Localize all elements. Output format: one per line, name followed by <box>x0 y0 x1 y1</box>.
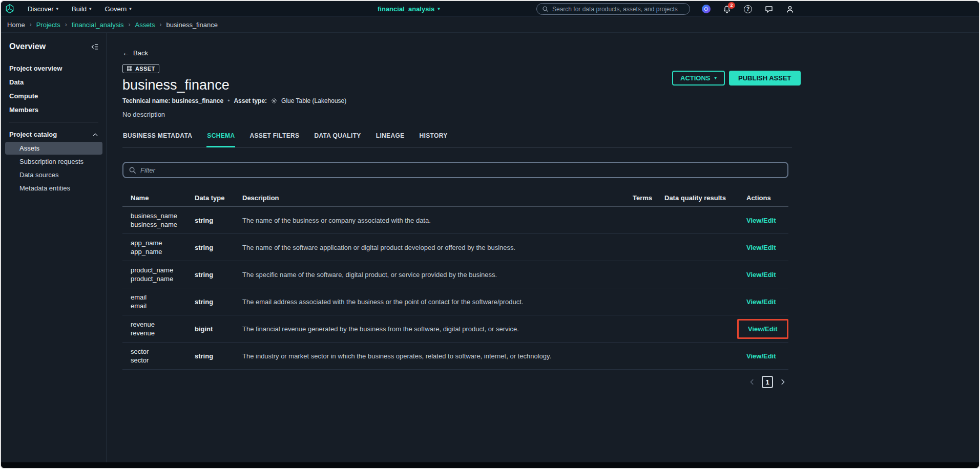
asset-meta: Technical name: business_finance • Asset… <box>122 97 979 104</box>
feedback-icon[interactable] <box>764 5 774 14</box>
view-edit-link[interactable]: View/Edit <box>746 352 776 360</box>
sidebar-section-project-catalog[interactable]: Project catalog <box>1 127 107 141</box>
column-name: app_name <box>131 239 191 247</box>
project-selector-label: financial_analysis <box>378 5 434 13</box>
actions-cell: View/Edit <box>746 324 788 334</box>
section-label: Project catalog <box>9 131 57 138</box>
back-label: Back <box>133 49 148 57</box>
table-row: app_name app_name string The name of the… <box>122 234 788 261</box>
view-edit-link[interactable]: View/Edit <box>746 244 776 251</box>
table-header: Name Data type Description Terms Data qu… <box>122 189 788 207</box>
pagination: 1 <box>122 376 788 388</box>
assistant-icon[interactable] <box>701 5 711 14</box>
header-actions: ACTIONS ▾ PUBLISH ASSET <box>672 71 801 86</box>
data-type-cell: string <box>195 298 242 306</box>
help-icon[interactable]: ? <box>743 5 753 14</box>
previous-page-icon[interactable] <box>748 378 756 386</box>
collapse-sidebar-icon[interactable] <box>91 43 98 51</box>
data-type-cell: string <box>195 352 242 360</box>
back-arrow-icon: ← <box>122 49 130 57</box>
sidebar-item-members[interactable]: Members <box>1 103 107 117</box>
view-edit-link[interactable]: View/Edit <box>746 298 776 306</box>
column-technical-name: product_name <box>131 274 191 283</box>
sidebar-item-metadata-entities[interactable]: Metadata entities <box>5 182 102 195</box>
sidebar-item-compute[interactable]: Compute <box>1 89 107 103</box>
view-edit-link[interactable]: View/Edit <box>748 325 778 333</box>
column-header-description: Description <box>242 194 633 202</box>
breadcrumb-projects[interactable]: Projects <box>36 21 60 29</box>
tab-business-metadata[interactable]: BUSINESS METADATA <box>122 132 193 147</box>
name-cell: product_name product_name <box>131 261 195 288</box>
name-cell: sector sector <box>131 343 195 369</box>
description-cell: The email address associated with the bu… <box>242 298 633 306</box>
top-menus: Discover ▾ Build ▾ Govern ▾ <box>28 5 132 13</box>
breadcrumb: Home › Projects › financial_analysis › A… <box>1 17 979 33</box>
user-profile-icon[interactable] <box>785 5 795 14</box>
data-type-cell: string <box>195 271 242 279</box>
glue-icon <box>271 98 277 104</box>
sidebar-item-assets[interactable]: Assets <box>5 142 102 155</box>
column-header-name: Name <box>131 194 195 202</box>
tab-data-quality[interactable]: DATA QUALITY <box>314 132 361 147</box>
page-title: business_finance <box>122 77 979 93</box>
next-page-icon[interactable] <box>779 378 786 386</box>
tab-history[interactable]: HISTORY <box>419 132 448 147</box>
column-header-data-type: Data type <box>195 194 242 202</box>
schema-filter[interactable] <box>122 162 788 178</box>
table-row: sector sector string The industry or mar… <box>122 343 788 370</box>
column-name: sector <box>131 347 191 356</box>
menu-govern[interactable]: Govern ▾ <box>105 5 132 13</box>
breadcrumb-assets[interactable]: Assets <box>135 21 155 29</box>
table-grid-icon <box>127 66 133 72</box>
breadcrumb-separator-icon: › <box>30 21 32 28</box>
search-input[interactable] <box>552 6 684 13</box>
app-window: Discover ▾ Build ▾ Govern ▾ financial_an… <box>0 0 980 469</box>
sidebar-item-project-overview[interactable]: Project overview <box>1 61 107 75</box>
page-number[interactable]: 1 <box>762 376 773 388</box>
actions-cell: View/Edit <box>746 298 788 306</box>
menu-label: Discover <box>28 5 54 13</box>
menu-discover[interactable]: Discover ▾ <box>28 5 58 13</box>
main-content: ← Back ASSET business_finance Technical … <box>107 33 979 462</box>
publish-asset-button[interactable]: PUBLISH ASSET <box>729 71 801 86</box>
tab-asset-filters[interactable]: ASSET FILTERS <box>249 132 300 147</box>
sidebar-item-data-sources[interactable]: Data sources <box>5 168 102 181</box>
view-edit-link[interactable]: View/Edit <box>746 217 776 224</box>
sidebar-item-subscription-requests[interactable]: Subscription requests <box>5 155 102 168</box>
asset-type-value: Glue Table (Lakehouse) <box>281 97 346 104</box>
asset-badge-label: ASSET <box>135 66 155 72</box>
view-edit-link[interactable]: View/Edit <box>746 271 776 279</box>
global-search[interactable] <box>536 3 690 15</box>
tab-schema[interactable]: SCHEMA <box>206 132 235 147</box>
tab-lineage[interactable]: LINEAGE <box>376 132 405 147</box>
breadcrumb-project[interactable]: financial_analysis <box>72 21 124 29</box>
column-header-terms: Terms <box>633 194 664 202</box>
sidebar: Overview Project overview Data Compute M… <box>1 33 107 462</box>
top-navigation: Discover ▾ Build ▾ Govern ▾ financial_an… <box>1 1 979 17</box>
column-header-actions: Actions <box>746 194 788 202</box>
description-cell: The name of the business or company asso… <box>242 217 633 224</box>
chevron-down-icon: ▾ <box>715 76 717 80</box>
chevron-up-icon <box>92 132 98 138</box>
column-technical-name: app_name <box>131 247 191 256</box>
menu-build[interactable]: Build ▾ <box>72 5 91 13</box>
chevron-down-icon: ▾ <box>89 7 92 11</box>
table-row: business_name business_name string The n… <box>122 207 788 234</box>
project-selector[interactable]: financial_analysis ▾ <box>378 1 440 17</box>
column-name: business_name <box>131 211 191 220</box>
filter-input[interactable] <box>140 166 782 174</box>
data-type-cell: string <box>195 244 242 251</box>
breadcrumb-home[interactable]: Home <box>7 21 25 29</box>
menu-label: Build <box>72 5 87 13</box>
notifications-bell-icon[interactable]: 2 <box>722 5 732 14</box>
actions-button[interactable]: ACTIONS ▾ <box>672 71 725 86</box>
breadcrumb-separator-icon: › <box>160 21 162 28</box>
asset-type-label: Asset type: <box>234 97 267 104</box>
app-logo-icon[interactable] <box>1 1 18 17</box>
breadcrumb-separator-icon: › <box>129 21 131 28</box>
column-technical-name: business_name <box>131 220 191 229</box>
back-link[interactable]: ← Back <box>122 49 148 57</box>
description-cell: The specific name of the software, digit… <box>242 271 633 279</box>
chevron-down-icon: ▾ <box>56 7 59 11</box>
sidebar-item-data[interactable]: Data <box>1 75 107 89</box>
